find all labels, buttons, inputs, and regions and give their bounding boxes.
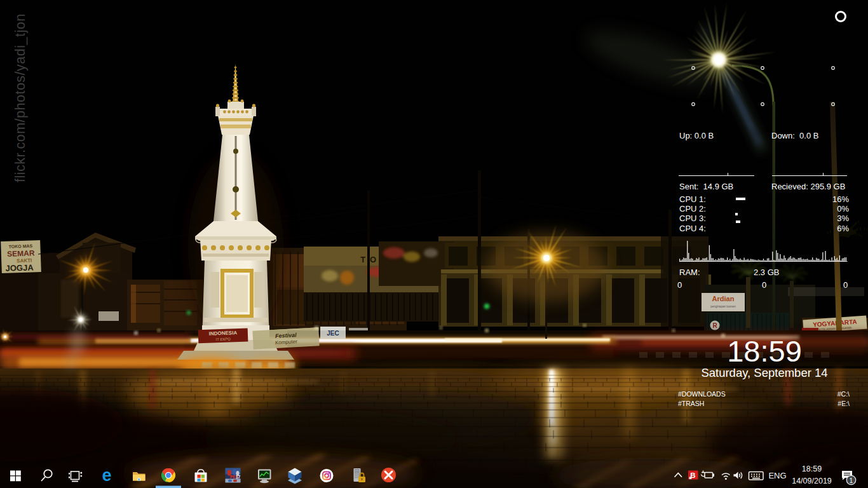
svg-text:Ardian: Ardian	[712, 295, 735, 302]
svg-text:Komputer: Komputer	[275, 339, 297, 346]
svg-text:14/09/2019: 14/09/2019	[792, 477, 832, 485]
svg-text:18:59: 18:59	[802, 464, 822, 473]
svg-text:ENG: ENG	[768, 471, 786, 480]
svg-text:IT EXPO: IT EXPO	[215, 337, 231, 342]
svg-text:R: R	[712, 322, 717, 329]
svg-text:e: e	[102, 466, 111, 485]
svg-text:penginapan losmen: penginapan losmen	[710, 305, 736, 308]
svg-text:INDONESIA: INDONESIA	[209, 330, 238, 337]
svg-text:Festival: Festival	[275, 332, 297, 339]
svg-text:JOGJA: JOGJA	[5, 262, 34, 273]
svg-text:SEMAR: SEMAR	[7, 248, 35, 259]
svg-text:17: 17	[236, 475, 241, 479]
svg-text:JEC: JEC	[327, 330, 339, 337]
svg-text:1: 1	[850, 477, 853, 484]
svg-text:TOKO MAS: TOKO MAS	[9, 243, 33, 248]
